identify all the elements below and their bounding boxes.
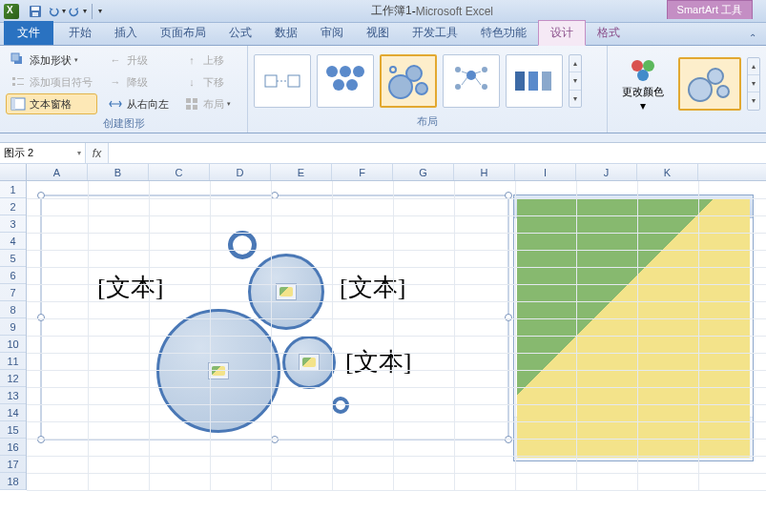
row-header[interactable]: 17 <box>0 456 26 473</box>
layout-option-selected[interactable] <box>380 54 437 108</box>
tab-home[interactable]: 开始 <box>57 21 103 45</box>
layouts-gallery-spinner[interactable]: ▴ ▾ ▾ <box>569 54 582 108</box>
row-header[interactable]: 18 <box>0 473 26 490</box>
smartart-text-1[interactable]: [文本] <box>97 271 163 304</box>
ribbon-tabs: 文件 开始 插入 页面布局 公式 数据 审阅 视图 开发工具 特色功能 设计 格… <box>0 23 766 46</box>
tab-pagelayout[interactable]: 页面布局 <box>149 21 217 45</box>
column-header[interactable]: A <box>27 164 88 180</box>
gallery-up-icon[interactable]: ▴ <box>569 55 581 72</box>
row-header[interactable]: 6 <box>0 267 26 284</box>
group-styles: 更改颜色 ▾ ▴ ▾ ▾ <box>608 46 766 133</box>
row-header[interactable]: 11 <box>0 353 26 370</box>
column-header[interactable]: B <box>88 164 149 180</box>
row-header[interactable]: 2 <box>0 198 26 215</box>
redo-button[interactable]: ▾ <box>68 3 87 20</box>
rtl-button[interactable]: 从右向左 <box>103 93 174 114</box>
promote-button: ←升级 <box>103 50 174 71</box>
column-header[interactable]: F <box>332 164 393 180</box>
formula-bar[interactable] <box>109 143 766 163</box>
tab-format[interactable]: 格式 <box>586 21 631 45</box>
styles-gallery-spinner[interactable]: ▴ ▾ ▾ <box>747 57 760 111</box>
column-headers: ABCDEFGHIJK <box>0 164 766 181</box>
text-pane-item[interactable]: [文本] <box>524 340 743 377</box>
row-header[interactable]: 5 <box>0 250 26 267</box>
row-header[interactable]: 8 <box>0 301 26 318</box>
tab-insert[interactable]: 插入 <box>103 21 149 45</box>
svg-line-33 <box>475 72 481 73</box>
column-header[interactable]: I <box>515 164 576 180</box>
tab-formulas[interactable]: 公式 <box>217 21 263 45</box>
row-header[interactable]: 15 <box>0 421 26 439</box>
resize-handle[interactable] <box>37 436 45 443</box>
image-placeholder-icon[interactable] <box>299 354 320 371</box>
gallery-down-icon[interactable]: ▾ <box>748 75 759 92</box>
column-header[interactable]: E <box>271 164 332 180</box>
bubble-small-center[interactable] <box>282 336 336 389</box>
row-header[interactable]: 16 <box>0 439 26 456</box>
tab-review[interactable]: 审阅 <box>309 21 355 45</box>
row-header[interactable]: 4 <box>0 233 26 250</box>
name-box-input[interactable] <box>4 148 77 159</box>
resize-handle[interactable] <box>271 436 279 443</box>
layout-option-4[interactable] <box>443 54 500 108</box>
tab-data[interactable]: 数据 <box>263 21 309 45</box>
row-header[interactable]: 3 <box>0 215 26 233</box>
fx-button[interactable]: fx <box>86 143 109 163</box>
arrow-up-icon: ↑ <box>184 52 199 68</box>
name-box-dropdown-icon[interactable]: ▾ <box>77 149 81 157</box>
tab-view[interactable]: 视图 <box>355 21 401 45</box>
row-header[interactable]: 13 <box>0 387 26 404</box>
bubble-large[interactable] <box>156 309 280 433</box>
row-header[interactable]: 10 <box>0 336 26 353</box>
svg-rect-6 <box>17 78 24 79</box>
smartart-text-2[interactable]: [文本] <box>340 271 405 304</box>
undo-button[interactable]: ▾ <box>47 3 66 20</box>
resize-handle[interactable] <box>505 436 512 443</box>
image-placeholder-icon[interactable] <box>208 362 229 379</box>
svg-point-25 <box>416 83 427 94</box>
row-header[interactable]: 7 <box>0 284 26 301</box>
cells-area[interactable]: [文本] [文本] [文本] 在此处键入文字 ✕ [文本] <box>27 181 766 490</box>
layout-option-1[interactable] <box>254 54 311 108</box>
quick-access-toolbar: ▾ ▾ ▾ 工作簿1 - Microsoft Excel SmartArt 工具 <box>0 0 766 23</box>
row-header[interactable]: 9 <box>0 318 26 336</box>
row-header[interactable]: 12 <box>0 370 26 387</box>
tab-developer[interactable]: 开发工具 <box>401 21 469 45</box>
text-pane-thumb[interactable] <box>524 340 564 377</box>
ribbon: 添加形状▾ 添加项目符号 文本窗格 ←升级 →降级 从右向左 ↑上移 ↓下移 布… <box>0 46 766 133</box>
column-header[interactable]: C <box>149 164 210 180</box>
layout-option-2[interactable] <box>317 54 374 108</box>
resize-handle[interactable] <box>37 314 45 321</box>
column-header[interactable]: G <box>393 164 454 180</box>
layout-option-5[interactable] <box>506 54 563 108</box>
svg-point-19 <box>340 66 351 77</box>
svg-point-26 <box>390 67 396 72</box>
gallery-more-icon[interactable]: ▾ <box>569 91 581 107</box>
tab-file[interactable]: 文件 <box>4 21 53 45</box>
change-colors-button[interactable]: 更改颜色 ▾ <box>613 50 673 117</box>
text-pane-button[interactable]: 文本窗格 <box>6 93 97 114</box>
tab-special[interactable]: 特色功能 <box>469 21 538 45</box>
save-button[interactable] <box>26 3 45 20</box>
tab-design[interactable]: 设计 <box>538 20 586 46</box>
column-header[interactable]: H <box>454 164 515 180</box>
svg-rect-38 <box>542 72 551 91</box>
resize-handle[interactable] <box>505 314 512 321</box>
contextual-tab-title: SmartArt 工具 <box>667 0 753 19</box>
style-option-1[interactable] <box>678 57 741 111</box>
gallery-down-icon[interactable]: ▾ <box>569 72 581 90</box>
add-shape-button[interactable]: 添加形状▾ <box>6 50 97 71</box>
gallery-more-icon[interactable]: ▾ <box>748 92 759 109</box>
image-placeholder-icon[interactable] <box>276 283 297 300</box>
name-box[interactable]: ▾ <box>0 143 86 163</box>
smartart-text-3[interactable]: [文本] <box>345 345 411 379</box>
row-header[interactable]: 14 <box>0 404 26 421</box>
ribbon-collapse-icon[interactable]: ⌃ <box>745 31 760 45</box>
gallery-up-icon[interactable]: ▴ <box>748 58 759 75</box>
column-header[interactable]: D <box>210 164 271 180</box>
select-all-corner[interactable] <box>0 164 27 180</box>
column-header[interactable]: K <box>637 164 698 180</box>
arrow-right-icon: → <box>108 74 123 90</box>
column-header[interactable]: J <box>576 164 637 180</box>
row-header[interactable]: 1 <box>0 181 26 198</box>
